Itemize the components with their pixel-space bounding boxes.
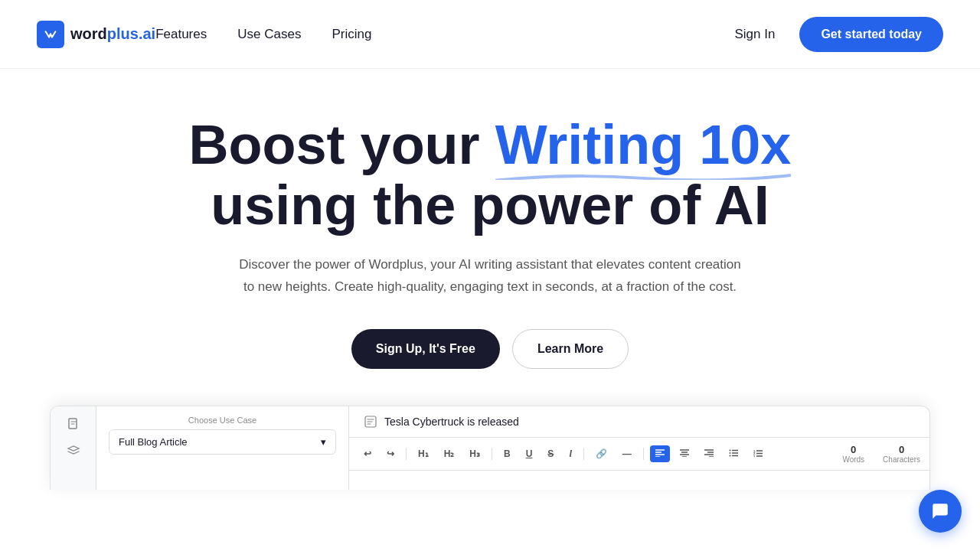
toolbar-italic[interactable]: I [564,445,577,462]
toolbar-separator-4 [643,448,644,460]
toolbar-align-right[interactable] [699,445,719,462]
nav-right: Sign In Get started today [734,17,943,52]
words-count: 0 [851,444,856,455]
toolbar-h3[interactable]: H₃ [464,445,485,462]
chars-label: Characters [883,455,920,464]
sidebar-icon-doc [66,417,81,432]
app-sidebar [51,406,96,490]
svg-point-19 [729,455,730,457]
panel-select[interactable]: Full Blog Article ▾ [109,429,336,455]
toolbar-separator-1 [406,448,407,460]
signup-button[interactable]: Sign Up, It's Free [351,329,500,369]
editor-toolbar: ↩ ↪ H₁ H₂ H₃ B U S I 🔗 — [349,438,929,471]
panel-value: Full Blog Article [119,436,188,448]
svg-text:3.: 3. [753,455,756,458]
hero-section: Boost your Writing 10x using the power o… [0,69,980,490]
app-panel: Choose Use Case Full Blog Article ▾ [96,406,349,490]
words-label: Words [842,455,864,464]
toolbar-strike[interactable]: S [542,445,559,462]
toolbar-separator-2 [492,448,492,460]
chevron-down-icon: ▾ [321,436,326,448]
toolbar-divider[interactable]: — [617,445,637,462]
toolbar-align-left[interactable] [650,445,670,462]
toolbar-bold[interactable]: B [498,445,516,462]
editor-icon [364,416,377,428]
logo-text: wordplus.ai [70,25,155,43]
sign-in-link[interactable]: Sign In [734,27,775,42]
hero-heading-part1: Boost your [189,114,495,175]
nav-link-pricing[interactable]: Pricing [332,27,371,42]
hero-heading-part2: using the power of AI [211,174,769,236]
toolbar-h1[interactable]: H₁ [413,445,434,462]
logo-icon [37,21,64,48]
sidebar-icon-layers [66,443,81,458]
nav-link-features[interactable]: Features [155,27,207,42]
chars-count: 0 [899,444,904,455]
chat-icon [930,501,950,521]
app-editor: Tesla Cybertruck is released ↩ ↪ H₁ H₂ H… [349,406,929,490]
toolbar-h2[interactable]: H₂ [439,445,460,462]
toolbar-link[interactable]: 🔗 [590,445,612,462]
svg-point-15 [729,450,730,452]
toolbar-undo[interactable]: ↩ [358,445,377,462]
learn-more-button[interactable]: Learn More [512,329,629,369]
svg-point-17 [729,452,730,454]
logo[interactable]: wordplus.ai [37,21,155,48]
app-preview: Choose Use Case Full Blog Article ▾ Tesl… [50,406,930,490]
toolbar-underline[interactable]: U [521,445,538,462]
get-started-button[interactable]: Get started today [799,17,943,52]
chat-bubble[interactable] [919,490,962,533]
toolbar-numbered-list[interactable]: 1.2.3. [748,445,768,462]
hero-heading: Boost your Writing 10x using the power o… [189,115,792,236]
toolbar-separator-3 [583,448,584,460]
toolbar-redo[interactable]: ↪ [381,445,400,462]
hero-buttons: Sign Up, It's Free Learn More [351,329,629,369]
editor-title: Tesla Cybertruck is released [384,416,519,428]
editor-header: Tesla Cybertruck is released [349,406,929,438]
hero-subtext: Discover the power of Wordplus, your AI … [237,254,743,298]
hero-heading-highlight: Writing 10x [495,115,792,175]
editor-stats: 0 Words 0 Characters [842,444,920,464]
nav-links: Features Use Cases Pricing [155,27,734,42]
navbar: wordplus.ai Features Use Cases Pricing S… [0,0,980,69]
words-stat: 0 Words [842,444,864,464]
toolbar-bullet-list[interactable] [724,445,743,462]
chars-stat: 0 Characters [883,444,920,464]
toolbar-align-center[interactable] [675,445,694,462]
nav-link-use-cases[interactable]: Use Cases [237,27,301,42]
panel-label: Choose Use Case [109,416,336,425]
